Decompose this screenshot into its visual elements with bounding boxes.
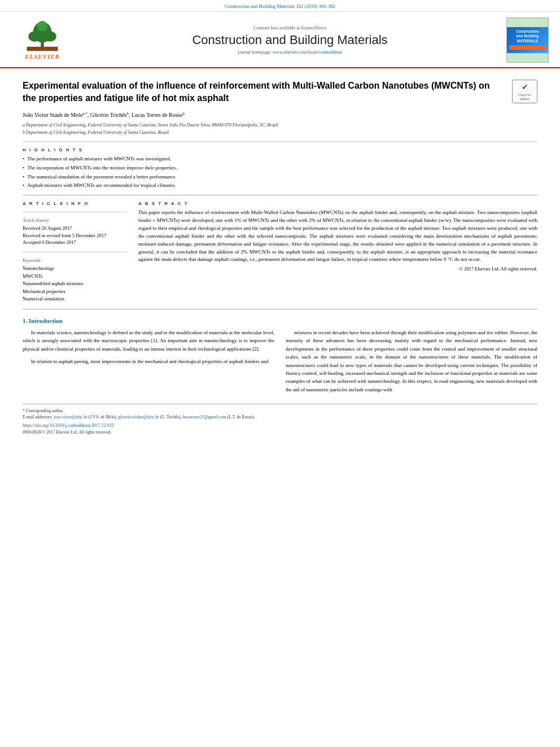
page: Construction and Building Materials 162 … <box>0 0 560 747</box>
divider-after-highlights <box>23 195 537 195</box>
introduction-section: 1. Introduction In materials science, na… <box>23 317 537 398</box>
doi-text[interactable]: https://doi.org/10.1016/j.conbuildmat.20… <box>23 423 114 428</box>
abstract-text: This paper reports the influence of rein… <box>138 209 537 264</box>
article-info-abstract-section: A R T I C L E I N F O Article history: R… <box>23 201 537 303</box>
email1-name: (J.V.S. de Melo), <box>89 414 117 420</box>
abstract-label: A B S T R A C T <box>138 201 537 206</box>
history-label: Article history: <box>23 218 127 223</box>
article-info-label: A R T I C L E I N F O <box>23 201 127 206</box>
email2-link[interactable]: glicerio.triches@ufsc.br <box>118 414 159 420</box>
footnote-area: * Corresponding author. E-mail addresses… <box>23 404 537 435</box>
journal-center: Contents lists available at ScienceDirec… <box>73 25 506 55</box>
elsevier-logo: ELSEVIER <box>11 21 73 60</box>
divider-after-abstract <box>23 309 537 309</box>
email3-wrapper: lucasrosso21@gmail.com (L.T. de Rosso). <box>182 414 255 420</box>
article-content: Experimental evaluation of the influence… <box>0 68 560 441</box>
highlight-text-3: The numerical simulation of the pavement… <box>27 173 176 181</box>
highlight-item-2: • The incorporation of MWCNTs into the m… <box>23 164 537 172</box>
article-info-column: A R T I C L E I N F O Article history: R… <box>23 201 127 303</box>
journal-homepage: journal homepage: www.elsevier.com/locat… <box>79 50 501 55</box>
intro-left-col: In materials science, nanotechnology is … <box>23 329 274 398</box>
revised-date: Received in revised form 5 December 2017 <box>23 232 127 239</box>
journal-cover-image: Constructionand BuildingMATERIALS <box>506 18 549 63</box>
bullet-4: • <box>23 182 24 189</box>
keywords-label: Keywords: <box>23 258 127 263</box>
journal-ref-text: Construction and Building Materials 162 … <box>225 3 335 9</box>
abstract-column: A B S T R A C T This paper reports the i… <box>138 201 537 303</box>
doi-line: https://doi.org/10.1016/j.conbuildmat.20… <box>23 422 537 429</box>
highlights-label: H I G H L I G H T S <box>23 147 537 152</box>
email1-link[interactable]: joao.victor@ufsc.br <box>54 414 88 420</box>
check-updates-text: Check for updates <box>514 93 535 101</box>
affiliation-a: a Department of Civil Engineering, Feder… <box>23 122 537 128</box>
check-updates-badge: ✔ Check for updates <box>512 80 537 103</box>
issn-line: 0950-0618/© 2017 Elsevier Ltd. All right… <box>23 429 537 435</box>
article-title: Experimental evaluation of the influence… <box>23 80 512 105</box>
corresponding-label: * Corresponding author. <box>23 408 64 413</box>
abstract-copyright: © 2017 Elsevier Ltd. All rights reserved… <box>138 266 537 272</box>
intro-paragraph-3: mixtures in recent decades have been ach… <box>286 329 537 394</box>
cover-orange-bar <box>509 45 546 50</box>
keyword-1: Nanotechnology <box>23 265 127 273</box>
journal-title: Construction and Building Materials <box>79 33 501 47</box>
check-updates-icon: ✔ <box>522 82 528 92</box>
svg-rect-5 <box>27 46 58 50</box>
highlight-item-4: • Asphalt mixtures with MWCNTs are recom… <box>23 182 537 189</box>
highlight-text-1: The performance of asphalt mixtures with… <box>27 155 171 163</box>
email2-suffix: (G. Trichês), <box>160 414 181 420</box>
journal-reference: Construction and Building Materials 162 … <box>0 0 560 12</box>
keyword-5: Numerical simulation <box>23 295 127 303</box>
highlights-section: H I G H L I G H T S • The performance of… <box>23 147 537 189</box>
affiliation-b: b Department of Civil Engineering, Feder… <box>23 129 537 136</box>
email3-link[interactable]: lucasrosso21@gmail.com <box>182 414 226 420</box>
bullet-3: • <box>23 173 24 181</box>
bullet-1: • <box>23 155 24 163</box>
keyword-2: MWCNTs <box>23 273 127 281</box>
elsevier-tree-icon <box>23 21 62 52</box>
keyword-3: Nanomodified asphalt mixtures <box>23 280 127 288</box>
sciencedirect-label: Contents lists available at <box>253 25 300 30</box>
email3-suffix: (L.T. de Rosso). <box>228 414 255 420</box>
divider-info-2 <box>23 252 127 252</box>
article-title-section: Experimental evaluation of the influence… <box>23 80 537 105</box>
elsevier-brand-text: ELSEVIER <box>25 53 60 60</box>
svg-point-3 <box>44 31 56 41</box>
journal-header: ELSEVIER Contents lists available at Sci… <box>0 12 560 68</box>
svg-point-2 <box>28 31 41 41</box>
intro-right-col: mixtures in recent decades have been ach… <box>286 329 537 398</box>
corresponding-note: * Corresponding author. <box>23 408 537 414</box>
highlight-text-2: The incorporation of MWCNTs into the mix… <box>27 164 177 172</box>
homepage-label: journal homepage: <box>238 50 272 55</box>
sciencedirect-link[interactable]: ScienceDirect <box>301 25 326 30</box>
intro-heading: 1. Introduction <box>23 317 537 324</box>
sciencedirect-line: Contents lists available at ScienceDirec… <box>79 25 501 30</box>
intro-paragraph-1: In materials science, nanotechnology is … <box>23 329 274 353</box>
keyword-4: Mechanical properties <box>23 288 127 296</box>
accepted-date: Accepted 6 December 2017 <box>23 239 127 246</box>
highlight-item-3: • The numerical simulation of the paveme… <box>23 173 537 181</box>
intro-paragraph-2: In relation to asphalt paving, most impr… <box>23 357 274 365</box>
divider-info-1 <box>23 212 127 212</box>
svg-point-4 <box>37 21 47 31</box>
highlight-item-1: • The performance of asphalt mixtures wi… <box>23 155 537 163</box>
divider-after-affiliations <box>23 141 537 142</box>
bullet-2: • <box>23 164 24 172</box>
email-label: E-mail addresses: <box>23 414 53 420</box>
email-note: E-mail addresses: joao.victor@ufsc.br (J… <box>23 414 537 420</box>
homepage-link[interactable]: www.elsevier.com/locate/conbuildmat <box>273 50 342 55</box>
cover-title-text: Constructionand BuildingMATERIALS <box>516 29 539 43</box>
intro-two-col: In materials science, nanotechnology is … <box>23 329 537 398</box>
received-date: Received 26 August 2017 <box>23 225 127 232</box>
highlight-text-4: Asphalt mixtures with MWCNTs are recomme… <box>27 182 176 189</box>
authors-line: João Victor Staub de Meloa,*, Glicério T… <box>23 111 537 119</box>
